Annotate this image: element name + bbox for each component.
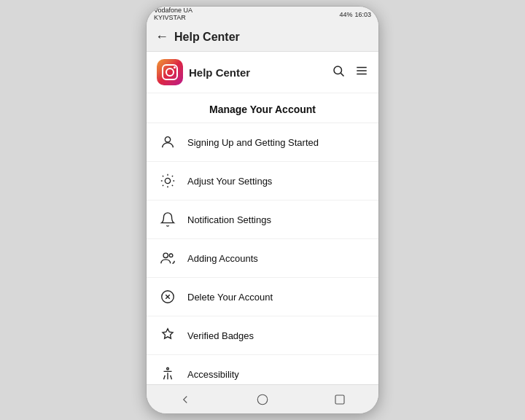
- svg-point-12: [167, 368, 169, 370]
- menu-label-delete-account: Delete Your Account: [187, 292, 273, 303]
- menu-label-adjust-settings: Adjust Your Settings: [187, 176, 272, 187]
- menu-label-adding-accounts: Adding Accounts: [187, 253, 258, 264]
- carrier-info: Vodafone UA KYIVSTAR: [154, 7, 192, 22]
- status-bar: Vodafone UA KYIVSTAR 44% 16:03: [147, 7, 378, 23]
- back-button[interactable]: ←: [155, 29, 168, 44]
- header-icons: [332, 64, 368, 81]
- battery: 44%: [339, 11, 352, 18]
- time: 16:03: [354, 11, 371, 18]
- phone-frame: Vodafone UA KYIVSTAR 44% 16:03 ← Help Ce…: [146, 6, 379, 414]
- svg-point-7: [163, 253, 168, 257]
- status-right: 44% 16:03: [339, 11, 371, 18]
- section-title: Manage Your Account: [147, 93, 378, 123]
- svg-line-1: [341, 73, 343, 76]
- circle-x-icon: [158, 287, 177, 306]
- svg-point-0: [334, 66, 342, 74]
- menu-label-notification-settings: Notification Settings: [187, 214, 271, 225]
- accessibility-icon: [158, 365, 177, 384]
- bell-icon: [158, 210, 177, 229]
- recents-nav-button[interactable]: [332, 392, 348, 408]
- svg-point-8: [169, 254, 173, 257]
- people-icon: [158, 249, 177, 268]
- menu-item-adding-accounts[interactable]: Adding Accounts: [147, 239, 378, 278]
- help-center-header: Help Center: [147, 52, 378, 93]
- top-nav: ← Help Center: [147, 23, 378, 52]
- search-icon[interactable]: [332, 64, 345, 81]
- menu-item-verified-badges[interactable]: Verified Badges: [147, 316, 378, 355]
- menu-label-accessibility: Accessibility: [187, 369, 239, 380]
- help-center-title: Help Center: [189, 66, 250, 79]
- menu-label-verified-badges: Verified Badges: [187, 330, 254, 341]
- help-center-logo-area: Help Center: [157, 59, 250, 85]
- svg-point-13: [257, 394, 268, 405]
- settings-icon: [158, 171, 177, 190]
- menu-item-accessibility[interactable]: Accessibility: [147, 355, 378, 384]
- bottom-nav: [147, 384, 378, 413]
- network: KYIVSTAR: [154, 15, 192, 22]
- menu-label-signing-up: Signing Up and Getting Started: [187, 137, 319, 148]
- back-nav-button[interactable]: [177, 392, 193, 408]
- menu-item-delete-account[interactable]: Delete Your Account: [147, 278, 378, 316]
- menu-list: Signing Up and Getting Started Adjust Yo…: [147, 123, 378, 384]
- svg-point-6: [165, 178, 170, 183]
- instagram-logo-inner: [162, 64, 178, 80]
- menu-icon[interactable]: [355, 64, 368, 81]
- person-icon: [158, 133, 177, 152]
- menu-item-signing-up[interactable]: Signing Up and Getting Started: [147, 123, 378, 162]
- menu-item-adjust-settings[interactable]: Adjust Your Settings: [147, 162, 378, 201]
- page-title: Help Center: [174, 31, 240, 44]
- svg-point-5: [165, 137, 170, 142]
- svg-rect-14: [335, 395, 344, 404]
- main-content: Help Center Manage: [147, 52, 378, 384]
- home-nav-button[interactable]: [254, 392, 271, 408]
- menu-item-notification-settings[interactable]: Notification Settings: [147, 201, 378, 239]
- badge-icon: [158, 326, 177, 345]
- instagram-logo: [157, 59, 183, 85]
